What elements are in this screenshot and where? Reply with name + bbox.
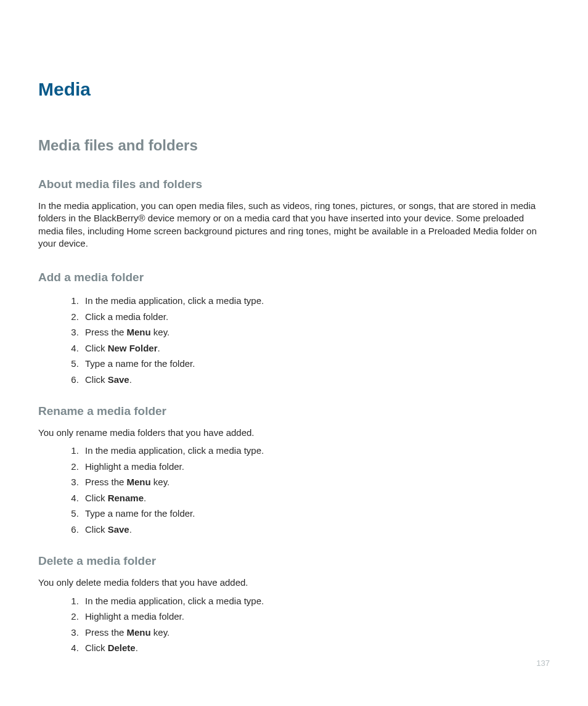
step-bold: New Folder xyxy=(108,343,158,353)
rename-heading: Rename a media folder xyxy=(38,404,550,418)
add-heading: Add a media folder xyxy=(38,271,550,284)
about-heading: About media files and folders xyxy=(38,178,550,191)
about-text: In the media application, you can open m… xyxy=(38,200,550,250)
step-bold: Menu xyxy=(127,477,151,487)
page-content: Media Media files and folders About medi… xyxy=(0,0,588,656)
delete-steps: In the media application, click a media … xyxy=(38,593,550,656)
add-steps: In the media application, click a media … xyxy=(38,293,550,387)
step-item: Type a name for the folder. xyxy=(81,506,550,522)
step-bold: Menu xyxy=(127,327,151,337)
add-block: Add a media folder In the media applicat… xyxy=(38,271,550,387)
delete-note: You only delete media folders that you h… xyxy=(38,577,550,589)
step-item: In the media application, click a media … xyxy=(81,293,550,309)
step-item: Click New Folder. xyxy=(81,340,550,356)
step-item: Click Rename. xyxy=(81,490,550,506)
step-item: Press the Menu key. xyxy=(81,324,550,340)
delete-block: Delete a media folder You only delete me… xyxy=(38,554,550,655)
rename-block: Rename a media folder You only rename me… xyxy=(38,404,550,537)
rename-steps: In the media application, click a media … xyxy=(38,443,550,537)
step-item: Highlight a media folder. xyxy=(81,609,550,625)
page-number: 137 xyxy=(536,659,550,668)
step-item: Press the Menu key. xyxy=(81,474,550,490)
step-bold: Menu xyxy=(127,627,151,638)
delete-heading: Delete a media folder xyxy=(38,554,550,568)
step-item: Click Save. xyxy=(81,522,550,538)
about-block: About media files and folders In the med… xyxy=(38,178,550,250)
step-bold: Rename xyxy=(108,493,144,503)
step-item: Type a name for the folder. xyxy=(81,356,550,372)
step-item: Press the Menu key. xyxy=(81,625,550,641)
rename-note: You only rename media folders that you h… xyxy=(38,427,550,439)
step-bold: Save xyxy=(108,374,129,385)
section-heading: Media files and folders xyxy=(38,137,550,154)
chapter-title: Media xyxy=(38,79,550,100)
step-item: Highlight a media folder. xyxy=(81,459,550,475)
step-item: In the media application, click a media … xyxy=(81,443,550,459)
step-bold: Delete xyxy=(108,642,136,653)
step-item: Click Save. xyxy=(81,372,550,388)
step-item: In the media application, click a media … xyxy=(81,593,550,609)
step-item: Click Delete. xyxy=(81,640,550,656)
step-bold: Save xyxy=(108,524,129,535)
step-item: Click a media folder. xyxy=(81,309,550,325)
